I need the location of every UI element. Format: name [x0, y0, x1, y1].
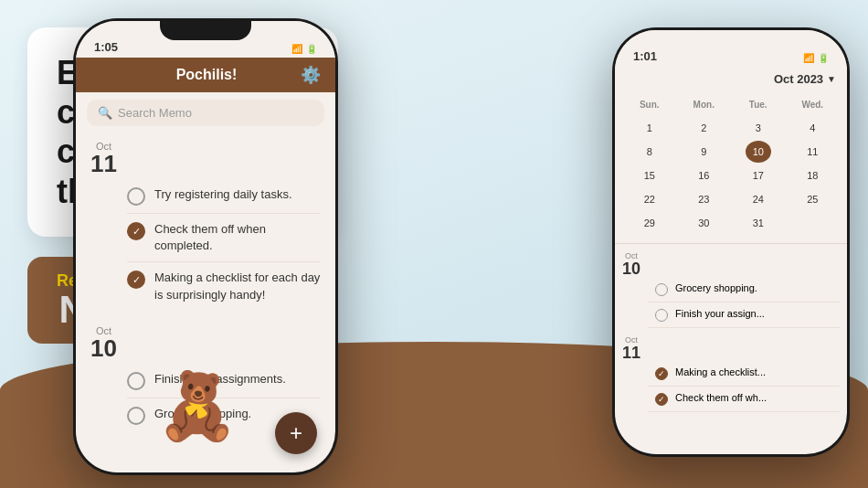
phone-front: 1:05 📶 🔋 Pochilis! ⚙️ 🔍 Search Memo Oct …	[73, 18, 338, 475]
cal-header-wed: Wed.	[799, 93, 825, 115]
status-bar-back: 1:01 📶 🔋	[615, 30, 847, 67]
checkbox-1[interactable]	[127, 187, 145, 206]
checkbox-4[interactable]	[127, 372, 145, 390]
cal-cell[interactable]: 18	[799, 164, 825, 186]
cal-cell[interactable]: 29	[637, 212, 662, 234]
cal-row-3: 15 16 17 18	[622, 164, 840, 186]
cal-cell[interactable]: 24	[746, 188, 771, 210]
calendar-chevron-icon: ▼	[827, 74, 836, 84]
list-item: ✓ Check them off wh...	[648, 387, 840, 412]
cal-header-sun: Sun.	[637, 93, 662, 115]
date-text-oct11: Oct 11	[90, 141, 117, 175]
right-checkbox-2[interactable]	[655, 309, 668, 322]
toy-illustration: 🧸	[156, 367, 238, 445]
right-date-text-oct10: Oct 10	[622, 251, 640, 277]
table-row: ✓ Making a checklist for each day is sur…	[127, 262, 321, 310]
fab-plus-icon: +	[290, 420, 302, 446]
cal-header-tue: Tue.	[746, 93, 771, 115]
gear-icon[interactable]: ⚙️	[301, 65, 321, 85]
list-item: ✓ Making a checklist...	[648, 361, 840, 387]
calendar-grid: Sun. Mon. Tue. Wed. 1 2 3 4 8 9 10 11 15…	[615, 90, 847, 239]
task-text-2: Check them off when completed.	[154, 221, 321, 254]
cal-cell-today[interactable]: 10	[746, 141, 771, 163]
cal-cell[interactable]: 3	[746, 117, 771, 139]
cal-header-mon: Mon.	[691, 93, 716, 115]
cal-cell[interactable]: 15	[637, 164, 662, 186]
date-day-oct10: 10	[90, 336, 117, 360]
fab-button[interactable]: +	[275, 412, 317, 454]
right-task-text-1: Grocery shopping.	[675, 282, 757, 293]
app-title: Pochilis!	[112, 67, 301, 83]
date-day-oct11: 11	[90, 152, 117, 175]
task-text-1: Try registering daily tasks.	[154, 186, 292, 203]
right-task-text-3: Making a checklist...	[675, 366, 766, 377]
status-icons-front: 📶 🔋	[291, 44, 317, 54]
cal-cell[interactable]: 17	[746, 164, 771, 186]
app-header: Pochilis! ⚙️	[76, 58, 335, 92]
right-date-text-oct11: Oct 11	[622, 335, 640, 361]
date-text-oct10: Oct 10	[90, 325, 117, 360]
phone-back: 1:01 📶 🔋 Oct 2023 ▼ Sun. Mon. Tue. Wed. …	[612, 27, 850, 457]
date-label-oct11: Oct 11	[90, 141, 321, 175]
tasks-oct11: Try registering daily tasks. ✓ Check the…	[127, 179, 321, 311]
search-icon: 🔍	[98, 106, 112, 120]
divider	[615, 243, 847, 244]
right-task-text-2: Finish your assign...	[675, 308, 765, 319]
cal-row-5: 29 30 31	[622, 212, 840, 234]
right-checkbox-3[interactable]: ✓	[655, 367, 668, 380]
battery-icon-back: 🔋	[818, 53, 829, 63]
cal-cell[interactable]: 31	[746, 212, 771, 234]
table-row: Try registering daily tasks.	[127, 179, 321, 214]
status-time-front: 1:05	[94, 40, 118, 54]
cal-cell[interactable]: 16	[691, 164, 716, 186]
cal-cell[interactable]: 8	[637, 141, 662, 163]
battery-icon: 🔋	[306, 44, 317, 54]
wifi-icon-back: 📶	[803, 53, 814, 63]
cal-cell[interactable]: 30	[691, 212, 716, 234]
cal-row-4: 22 23 24 25	[622, 188, 840, 210]
search-placeholder: Search Memo	[118, 106, 192, 120]
right-checkbox-1[interactable]	[655, 283, 668, 296]
table-row: ✓ Check them off when completed.	[127, 214, 321, 262]
right-task-group-oct11: Oct 11 ✓ Making a checklist... ✓ Check t…	[615, 332, 847, 412]
right-task-text-4: Check them off wh...	[675, 392, 767, 403]
search-bar[interactable]: 🔍 Search Memo	[87, 100, 324, 126]
wifi-icon: 📶	[291, 44, 302, 54]
right-task-group-oct10: Oct 10 Grocery shopping. Finish your ass…	[615, 248, 847, 328]
right-checkbox-4[interactable]: ✓	[655, 393, 668, 406]
date-group-oct11: Oct 11 Try registering daily tasks. ✓ Ch…	[76, 133, 335, 311]
notch	[160, 18, 251, 40]
cal-header-row: Sun. Mon. Tue. Wed.	[622, 93, 840, 115]
right-date-day-oct11: 11	[622, 345, 640, 361]
cal-cell	[799, 212, 825, 234]
task-text-3: Making a checklist for each day is surpr…	[154, 270, 321, 302]
list-item: Grocery shopping.	[648, 277, 840, 302]
status-time-back: 1:01	[633, 49, 657, 63]
right-date-day-oct10: 10	[622, 260, 640, 277]
right-date-label-oct11: Oct 11	[622, 335, 840, 361]
cal-cell[interactable]: 2	[691, 117, 716, 139]
right-date-label-oct10: Oct 10	[622, 251, 840, 277]
cal-row-2: 8 9 10 11	[622, 141, 840, 163]
calendar-title: Oct 2023	[774, 72, 823, 86]
calendar-header: Oct 2023 ▼	[615, 67, 847, 90]
cal-cell[interactable]: 11	[799, 141, 825, 163]
cal-cell[interactable]: 1	[637, 117, 662, 139]
cal-cell[interactable]: 22	[637, 188, 662, 210]
checkbox-3[interactable]: ✓	[127, 271, 145, 289]
phone-back-screen: 1:01 📶 🔋 Oct 2023 ▼ Sun. Mon. Tue. Wed. …	[615, 30, 847, 454]
status-icons-back: 📶 🔋	[803, 53, 829, 63]
right-tasks-oct10: Grocery shopping. Finish your assign...	[648, 277, 840, 328]
date-label-oct10: Oct 10	[90, 325, 321, 360]
cal-cell[interactable]: 4	[799, 117, 825, 139]
cal-cell[interactable]: 9	[691, 141, 716, 163]
checkbox-5[interactable]	[127, 407, 145, 425]
phone-front-screen: 1:05 📶 🔋 Pochilis! ⚙️ 🔍 Search Memo Oct …	[76, 21, 335, 472]
list-item: Finish your assign...	[648, 302, 840, 328]
cal-cell[interactable]: 23	[691, 188, 716, 210]
checkbox-2[interactable]: ✓	[127, 222, 145, 240]
right-tasks-oct11: ✓ Making a checklist... ✓ Check them off…	[648, 361, 840, 412]
cal-cell[interactable]: 25	[799, 188, 825, 210]
cal-row-1: 1 2 3 4	[622, 117, 840, 139]
